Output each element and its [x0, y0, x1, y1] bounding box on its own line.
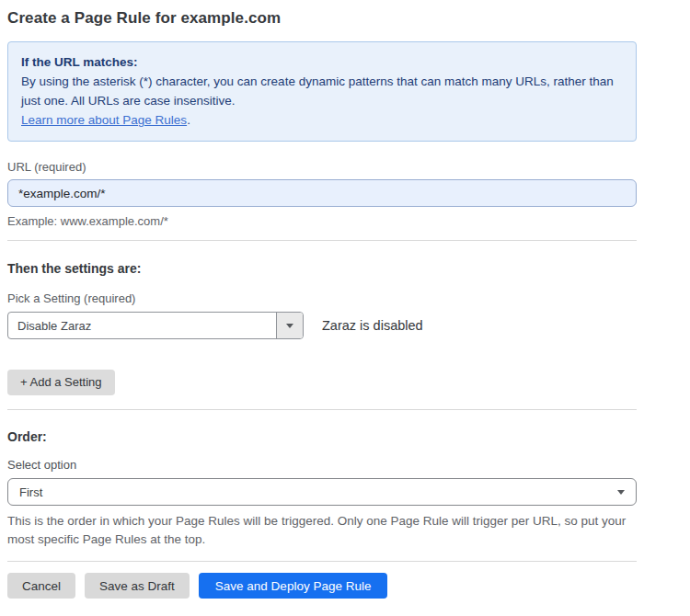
url-example-hint: Example: www.example.com/*	[7, 214, 637, 228]
form-actions: Cancel Save as Draft Save and Deploy Pag…	[7, 573, 637, 599]
link-suffix: .	[187, 113, 190, 127]
url-field-label: URL (required)	[7, 160, 637, 174]
order-select-value: First	[19, 485, 42, 499]
setting-select-value: Disable Zaraz	[8, 313, 276, 338]
info-box-body: By using the asterisk (*) character, you…	[21, 72, 619, 110]
page-title: Create a Page Rule for example.com	[7, 9, 637, 28]
pick-setting-label: Pick a Setting (required)	[7, 291, 637, 305]
add-setting-button[interactable]: + Add a Setting	[7, 370, 115, 395]
order-select-label: Select option	[7, 458, 637, 472]
learn-more-link[interactable]: Learn more about Page Rules	[21, 113, 187, 127]
save-as-draft-button[interactable]: Save as Draft	[85, 573, 190, 599]
divider	[7, 240, 637, 241]
info-box-link-line: Learn more about Page Rules.	[21, 110, 623, 130]
order-help-text: This is the order in which your Page Rul…	[7, 512, 629, 549]
cancel-button[interactable]: Cancel	[7, 573, 75, 599]
save-and-deploy-button[interactable]: Save and Deploy Page Rule	[199, 573, 388, 599]
setting-status-text: Zaraz is disabled	[322, 318, 423, 333]
url-input[interactable]	[7, 179, 637, 207]
setting-row: Disable Zaraz Zaraz is disabled	[7, 312, 637, 339]
divider	[7, 561, 637, 562]
order-section-heading: Order:	[7, 429, 637, 444]
divider	[7, 409, 637, 410]
url-match-info-box: If the URL matches: By using the asteris…	[7, 41, 637, 142]
page-rule-form: Create a Page Rule for example.com If th…	[0, 0, 690, 599]
order-select[interactable]: First	[7, 478, 637, 506]
setting-select[interactable]: Disable Zaraz	[7, 312, 304, 339]
chevron-down-icon	[286, 324, 293, 328]
settings-section-heading: Then the settings are:	[7, 261, 637, 276]
setting-select-arrow-button[interactable]	[276, 313, 303, 338]
info-box-heading: If the URL matches:	[21, 52, 623, 72]
chevron-down-icon	[617, 490, 625, 495]
